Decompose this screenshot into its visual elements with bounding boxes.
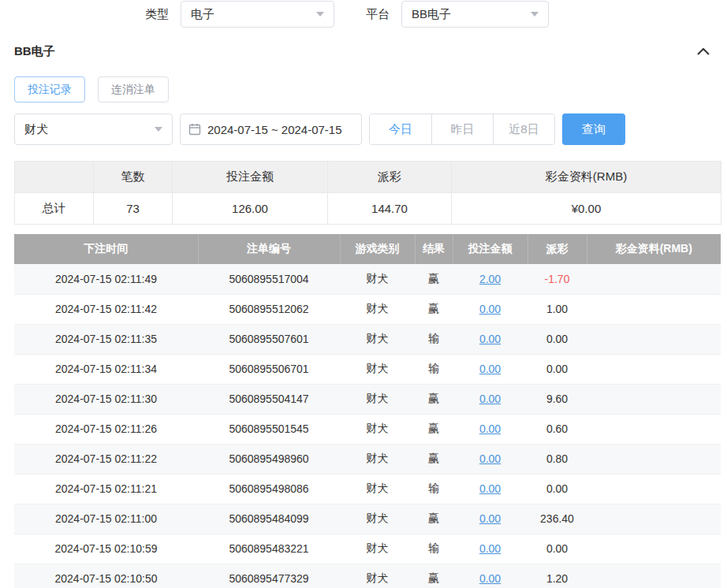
table-row: 2024-07-15 02:11:49 5060895517004 财犬 赢 2…: [14, 264, 721, 294]
bet-amount-link[interactable]: 0.00: [479, 393, 501, 405]
summary-header-empty: [15, 162, 94, 193]
result-cell: 赢: [415, 564, 453, 588]
summary-bonus-value: ¥0.00: [452, 193, 721, 225]
game-category-cell: 财犬: [340, 564, 415, 588]
bet-time-cell: 2024-07-15 02:11:00: [14, 504, 198, 534]
bonus-cell: [587, 564, 721, 588]
result-cell: 输: [415, 474, 453, 504]
result-cell: 赢: [415, 384, 453, 414]
bet-amount-link[interactable]: 0.00: [479, 422, 501, 435]
type-select[interactable]: 电子: [181, 1, 334, 28]
bonus-cell: [587, 444, 721, 474]
calendar-icon: [188, 123, 201, 136]
game-category-cell: 财犬: [340, 384, 415, 414]
table-row: 2024-07-15 02:10:59 5060895483221 财犬 输 0…: [14, 534, 721, 564]
bet-amount-cell: 0.00: [453, 534, 528, 564]
payout-cell: 1.20: [528, 564, 587, 588]
table-row: 2024-07-15 02:11:42 5060895512062 财犬 赢 0…: [14, 294, 721, 324]
tab-bet-records[interactable]: 投注记录: [14, 76, 85, 102]
order-id-cell: 5060895484099: [198, 504, 340, 534]
top-filter-bar: 类型 电子 平台 BB电子: [0, 0, 727, 28]
platform-select-value: BB电子: [412, 7, 451, 22]
payout-cell: -1.70: [528, 264, 587, 294]
type-select-value: 电子: [191, 7, 214, 22]
payout-cell: 9.60: [528, 384, 587, 414]
header-bet-time: 下注时间: [14, 234, 198, 264]
payout-cell: 0.00: [528, 354, 587, 384]
bet-amount-link[interactable]: 0.00: [479, 542, 501, 555]
platform-select[interactable]: BB电子: [401, 1, 549, 28]
header-order-id: 注单编号: [198, 234, 340, 264]
order-id-cell: 5060895477329: [198, 564, 340, 588]
order-id-cell: 5060895507601: [198, 324, 340, 354]
payout-cell: 0.80: [528, 444, 587, 474]
yesterday-button[interactable]: 昨日: [431, 114, 493, 144]
records-table-body: 2024-07-15 02:11:49 5060895517004 财犬 赢 2…: [14, 264, 721, 588]
bet-time-cell: 2024-07-15 02:11:49: [14, 264, 198, 294]
tab-bar: 投注记录 连消注单: [14, 76, 713, 102]
bonus-cell: [587, 474, 721, 504]
bet-amount-link[interactable]: 0.00: [479, 572, 501, 585]
table-row: 2024-07-15 02:11:00 5060895484099 财犬 赢 0…: [14, 504, 721, 534]
summary-header-bet: 投注金额: [173, 162, 328, 193]
date-range-input[interactable]: 2024-07-15 ~ 2024-07-15: [180, 114, 362, 145]
bet-amount-cell: 0.00: [453, 354, 528, 384]
summary-header-payout: 派彩: [328, 162, 452, 193]
result-cell: 输: [415, 534, 453, 564]
bet-amount-link[interactable]: 0.00: [479, 363, 501, 375]
result-cell: 赢: [415, 264, 453, 294]
collapse-button[interactable]: [694, 45, 713, 58]
chevron-up-icon: [697, 48, 710, 55]
last8days-button[interactable]: 近8日: [493, 114, 554, 144]
bet-amount-cell: 0.00: [453, 564, 528, 588]
result-cell: 赢: [415, 444, 453, 474]
bet-amount-link[interactable]: 0.00: [479, 512, 501, 525]
game-select-value: 财犬: [24, 122, 48, 137]
bet-amount-link[interactable]: 0.00: [479, 452, 501, 465]
platform-label: 平台: [366, 7, 390, 22]
search-button[interactable]: 查询: [562, 114, 625, 145]
result-cell: 赢: [415, 504, 453, 534]
bet-time-cell: 2024-07-15 02:11:22: [14, 444, 198, 474]
result-cell: 输: [415, 354, 453, 384]
bet-amount-link[interactable]: 0.00: [479, 333, 501, 345]
bet-amount-cell: 0.00: [453, 384, 528, 414]
game-category-cell: 财犬: [340, 414, 415, 444]
order-id-cell: 5060895498960: [198, 444, 340, 474]
bet-time-cell: 2024-07-15 02:10:50: [14, 564, 198, 588]
order-id-cell: 5060895512062: [198, 294, 340, 324]
table-row: 2024-07-15 02:11:26 5060895501545 财犬 赢 0…: [14, 414, 721, 444]
game-category-cell: 财犬: [340, 474, 415, 504]
bet-time-cell: 2024-07-15 02:11:35: [14, 324, 198, 354]
bet-amount-link[interactable]: 0.00: [479, 303, 501, 315]
summary-header-row: 笔数 投注金额 派彩 彩金资料(RMB): [15, 162, 721, 193]
bonus-cell: [587, 504, 721, 534]
records-header-row: 下注时间 注单编号 游戏类别 结果 投注金额 派彩 彩金资料(RMB): [14, 234, 721, 264]
section-header: BB电子: [14, 44, 713, 59]
bet-amount-cell: 0.00: [453, 444, 528, 474]
summary-header-count: 笔数: [94, 162, 173, 193]
summary-table: 笔数 投注金额 派彩 彩金资料(RMB) 总计 73 126.00 144.70…: [14, 161, 721, 225]
game-select[interactable]: 财犬: [14, 114, 173, 145]
payout-cell: 1.00: [528, 294, 587, 324]
game-category-cell: 财犬: [340, 354, 415, 384]
game-category-cell: 财犬: [340, 264, 415, 294]
table-row: 2024-07-15 02:11:35 5060895507601 财犬 输 0…: [14, 324, 721, 354]
payout-cell: 0.60: [528, 414, 587, 444]
bet-amount-link[interactable]: 2.00: [479, 273, 501, 285]
order-id-cell: 5060895501545: [198, 414, 340, 444]
game-category-cell: 财犬: [340, 294, 415, 324]
summary-bet-value: 126.00: [173, 193, 328, 225]
today-button[interactable]: 今日: [370, 114, 431, 144]
bonus-cell: [587, 324, 721, 354]
date-range-value: 2024-07-15 ~ 2024-07-15: [207, 123, 342, 136]
bonus-cell: [587, 294, 721, 324]
payout-cell: 0.00: [528, 534, 587, 564]
header-bonus: 彩金资料(RMB): [587, 234, 721, 264]
order-id-cell: 5060895504147: [198, 384, 340, 414]
section-title: BB电子: [14, 44, 55, 59]
bonus-cell: [587, 414, 721, 444]
chevron-down-icon: [316, 12, 324, 17]
bet-amount-link[interactable]: 0.00: [479, 482, 501, 495]
tab-cancelled-orders[interactable]: 连消注单: [98, 76, 169, 102]
